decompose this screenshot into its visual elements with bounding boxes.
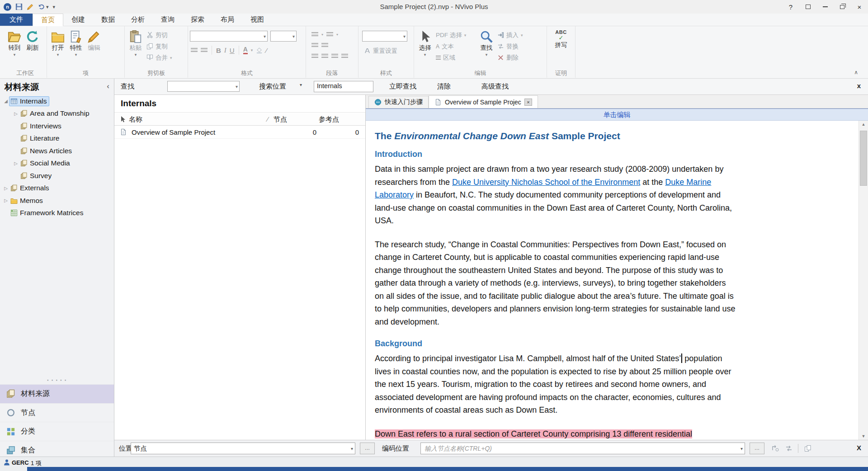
tree-item-literature[interactable]: Literature bbox=[0, 132, 114, 145]
sidebar-nav-分类[interactable]: 分类 bbox=[0, 422, 114, 441]
merge-button[interactable]: 合并▾ bbox=[145, 52, 174, 63]
font-family-combobox[interactable]: ▾ bbox=[190, 31, 268, 42]
ribbon-tab-文件[interactable]: 文件 bbox=[0, 14, 33, 26]
underline-button[interactable]: U bbox=[230, 47, 235, 54]
find-now-button[interactable]: 立即查找 bbox=[389, 82, 416, 91]
hyperlink[interactable]: Duke University Nicholas School of the E… bbox=[452, 178, 640, 187]
region-selection-button[interactable]: 区域 bbox=[434, 52, 477, 63]
bold-button[interactable]: B bbox=[216, 47, 221, 54]
column-header-references[interactable]: 参考点 bbox=[319, 115, 339, 124]
ribbon-tab-查询[interactable]: 查询 bbox=[153, 14, 183, 26]
cut-button[interactable]: 剪切 bbox=[145, 29, 174, 41]
ribbon-tab-数据[interactable]: 数据 bbox=[93, 14, 123, 26]
scroll-down-icon[interactable]: ▼ bbox=[859, 434, 868, 438]
paste-button[interactable]: 粘贴 ▾ bbox=[127, 28, 145, 59]
ribbon-tab-视图[interactable]: 视图 bbox=[242, 14, 272, 26]
coding-stripes-button[interactable] bbox=[802, 443, 813, 453]
insert-button[interactable]: 插入▾ bbox=[495, 29, 534, 41]
vertical-scrollbar[interactable]: ▲ ▼ bbox=[859, 121, 868, 440]
shading-fill-icon[interactable] bbox=[256, 47, 263, 54]
clear-button[interactable]: 清除 bbox=[437, 82, 451, 91]
document-viewport[interactable]: The Environmental Change Down East Sampl… bbox=[366, 121, 868, 440]
select-button[interactable]: 选择 ▾ bbox=[416, 28, 434, 59]
expand-icon[interactable]: ▷ bbox=[3, 186, 9, 191]
reset-settings-button[interactable]: 重置设置 bbox=[362, 45, 399, 57]
align-left-icon[interactable] bbox=[311, 54, 318, 59]
goto-button[interactable]: 转到 ▾ bbox=[5, 28, 24, 59]
grow-font-icon[interactable] bbox=[191, 48, 198, 53]
close-find-bar-button[interactable]: x bbox=[857, 82, 861, 89]
tree-item-area-and-township[interactable]: ▷Area and Township bbox=[0, 108, 114, 120]
ribbon-tab-分析[interactable]: 分析 bbox=[123, 14, 153, 26]
doc-tab-overview-of-sample-projec[interactable]: Overview of Sample Projec× bbox=[429, 95, 538, 108]
close-button[interactable]: × bbox=[851, 0, 868, 14]
italic-button[interactable]: I bbox=[224, 47, 226, 54]
sidebar-nav-材料来源[interactable]: 材料来源 bbox=[0, 384, 114, 403]
ribbon-tab-探索[interactable]: 探索 bbox=[183, 14, 212, 26]
properties-button[interactable]: 特性 ▾ bbox=[67, 28, 85, 59]
click-to-edit-bar[interactable]: 单击编辑 bbox=[366, 108, 868, 121]
align-center-icon[interactable] bbox=[321, 54, 328, 59]
search-scope-field[interactable]: Internals bbox=[314, 81, 373, 92]
tree-item-internals[interactable]: ◢Internals bbox=[0, 95, 114, 108]
advanced-find-button[interactable]: 高级查找 bbox=[481, 82, 509, 91]
spelling-button[interactable]: ABC ✓ 拼写 bbox=[553, 28, 570, 51]
open-button[interactable]: 打开 ▾ bbox=[49, 28, 67, 59]
numbered-list-icon[interactable] bbox=[326, 32, 333, 37]
pdf-selection-button[interactable]: PDF 选择▾ bbox=[434, 29, 477, 41]
column-header-nodes[interactable]: 节点 bbox=[274, 115, 287, 124]
doc-tab-item[interactable]: 快速入门步骤 bbox=[368, 96, 429, 108]
style-combobox[interactable]: ▾ bbox=[362, 31, 407, 42]
ribbon-tab-布局[interactable]: 布局 bbox=[212, 14, 242, 26]
collapse-ribbon-button[interactable]: ∧ bbox=[854, 69, 858, 75]
increase-indent-icon[interactable] bbox=[321, 43, 328, 48]
expand-icon[interactable]: ▷ bbox=[3, 198, 9, 203]
minimize-button[interactable] bbox=[816, 0, 834, 14]
location-select[interactable]: 节点 ▾ bbox=[131, 443, 355, 454]
scroll-up-icon[interactable]: ▲ bbox=[859, 122, 868, 127]
help-button[interactable]: ? bbox=[782, 0, 799, 14]
collapse-icon[interactable]: ◢ bbox=[3, 99, 9, 104]
restore-button[interactable] bbox=[834, 0, 851, 14]
align-right-icon[interactable] bbox=[331, 54, 338, 59]
decrease-indent-icon[interactable] bbox=[311, 43, 318, 48]
chevron-down-icon[interactable]: ▾ bbox=[300, 82, 302, 87]
sidebar-splitter[interactable]: ▪ ▪ ▪ ▪ ▪ bbox=[0, 377, 114, 383]
code-selection-button[interactable] bbox=[770, 443, 781, 453]
browse-location-button[interactable]: ... bbox=[360, 443, 375, 454]
collapse-sidebar-icon[interactable]: ‹ bbox=[107, 82, 109, 91]
bullet-list-icon[interactable] bbox=[311, 32, 318, 37]
tree-item-memos[interactable]: ▷Memos bbox=[0, 194, 114, 207]
tree-item-social-media[interactable]: ▷Social Media bbox=[0, 157, 114, 170]
edit-button[interactable]: 编辑 bbox=[85, 28, 103, 53]
find-button[interactable]: 查找 ▾ bbox=[477, 28, 495, 59]
tree-item-interviews[interactable]: Interviews bbox=[0, 120, 114, 132]
close-coding-bar-button[interactable]: X bbox=[857, 444, 861, 452]
pin-column-icon[interactable] bbox=[119, 116, 126, 123]
close-tab-button[interactable]: × bbox=[524, 99, 532, 106]
scrollbar-thumb[interactable] bbox=[860, 131, 867, 186]
justify-icon[interactable] bbox=[341, 54, 348, 59]
sidebar-nav-节点[interactable]: 节点 bbox=[0, 403, 114, 422]
tree-item-survey[interactable]: Survey bbox=[0, 170, 114, 182]
column-header-name[interactable]: 名称 bbox=[129, 115, 142, 124]
refresh-button[interactable]: 刷新 bbox=[24, 28, 42, 53]
font-color-button[interactable]: A bbox=[243, 46, 248, 54]
expand-icon[interactable]: ▷ bbox=[13, 111, 19, 116]
find-text-combobox[interactable]: ▾ bbox=[167, 81, 240, 92]
tree-item-framework-matrices[interactable]: Framework Matrices bbox=[0, 207, 114, 220]
delete-button[interactable]: 删除 bbox=[495, 52, 534, 63]
strikethrough-icon[interactable]: ∕ bbox=[266, 47, 267, 54]
copy-button[interactable]: 复制 bbox=[145, 41, 174, 52]
text-selection-button[interactable]: A文本 bbox=[434, 41, 477, 52]
node-name-input[interactable]: 输入节点名称(CTRL+Q) ▾ bbox=[420, 443, 745, 454]
ribbon-display-button[interactable] bbox=[799, 0, 816, 14]
table-row[interactable]: Overview of Sample Project00 bbox=[114, 126, 365, 139]
tree-item-externals[interactable]: ▷Externals bbox=[0, 182, 114, 195]
browse-nodes-button[interactable]: ... bbox=[750, 443, 764, 454]
replace-button[interactable]: 替换 bbox=[495, 41, 534, 52]
tree-item-news-articles[interactable]: News Articles bbox=[0, 145, 114, 157]
ribbon-tab-创建[interactable]: 创建 bbox=[63, 14, 93, 26]
ribbon-tab-首页[interactable]: 首页 bbox=[33, 14, 63, 26]
uncode-selection-button[interactable] bbox=[783, 443, 794, 453]
